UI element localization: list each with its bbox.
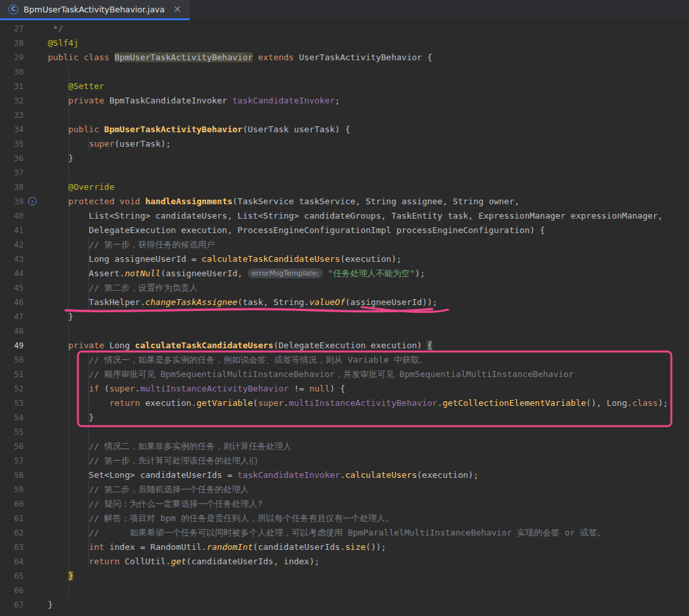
code-line-51[interactable]: 51 // 顺序审批可见 BpmSequentialMultiInstanceB… — [0, 367, 689, 382]
code-line-32[interactable]: 32 private BpmTaskCandidateInvoker taskC… — [0, 94, 689, 108]
code-line-66[interactable]: 66 — [0, 583, 689, 598]
line-number[interactable]: 62 — [0, 526, 48, 540]
code-line-49[interactable]: 49 private Long calculateTaskCandidateUs… — [0, 338, 689, 353]
line-number[interactable]: 44 — [0, 266, 48, 281]
code-token: super — [89, 139, 115, 149]
line-number[interactable]: 39 — [0, 194, 48, 209]
line-number[interactable]: 32 — [0, 94, 48, 108]
code-line-50[interactable]: 50 // 情况一，如果是多实例的任务，例如说会签、或签等情况，则从 Varia… — [0, 353, 689, 367]
code-line-54[interactable]: 54 } — [0, 410, 689, 425]
code-line-46[interactable]: 46 TaskHelper.changeTaskAssignee(task, S… — [0, 295, 689, 310]
line-number[interactable]: 43 — [0, 252, 48, 266]
line-number[interactable]: 28 — [0, 36, 48, 50]
code-text: // 第一步，先计算可处理该任务的处理人们 — [48, 454, 257, 468]
code-line-64[interactable]: 64 return CollUtil.get(candidateUserIds,… — [0, 554, 689, 569]
code-token — [48, 556, 89, 566]
line-number[interactable]: 55 — [0, 425, 48, 439]
code-token: . — [135, 384, 140, 393]
code-line-35[interactable]: 35 super(userTask); — [0, 137, 689, 151]
line-number[interactable]: 34 — [0, 122, 48, 137]
line-number[interactable]: 40 — [0, 209, 48, 223]
line-number[interactable]: 27 — [0, 22, 48, 36]
line-number[interactable]: 49 — [0, 338, 48, 353]
line-number[interactable]: 66 — [0, 583, 48, 598]
code-line-60[interactable]: 60 // 疑问：为什么一定要选择一个任务处理人? — [0, 497, 689, 511]
line-number[interactable]: 47 — [0, 310, 48, 324]
code-token: } — [48, 412, 94, 422]
line-number[interactable]: 48 — [0, 324, 48, 338]
line-number[interactable]: 42 — [0, 238, 48, 252]
code-line-36[interactable]: 36 } — [0, 151, 689, 166]
line-number[interactable]: 67 — [0, 598, 48, 612]
line-number[interactable]: 57 — [0, 454, 48, 468]
line-number[interactable]: 50 — [0, 353, 48, 367]
code-line-29[interactable]: 29public class BpmUserTaskActivityBehavi… — [0, 50, 689, 65]
code-token: BpmTaskCandidateInvoker — [104, 96, 233, 105]
code-line-40[interactable]: 40 List<String> candidateUsers, List<Str… — [0, 209, 689, 223]
code-token — [48, 196, 68, 206]
tab-bpm-user-task-activity-behavior[interactable]: C BpmUserTaskActivityBehavior.java × — [0, 0, 190, 20]
code-line-63[interactable]: 63 int index = RandomUtil.randomInt(cand… — [0, 540, 689, 554]
line-number[interactable]: 51 — [0, 367, 48, 382]
line-number[interactable]: 52 — [0, 382, 48, 396]
code-line-53[interactable]: 53 return execution.getVariable(super.mu… — [0, 396, 689, 410]
code-line-43[interactable]: 43 Long assigneeUserId = calculateTaskCa… — [0, 252, 689, 266]
code-line-30[interactable]: 30 — [0, 65, 689, 79]
code-line-42[interactable]: 42 // 第一步，获得任务的候选用户 — [0, 238, 689, 252]
line-number[interactable]: 65 — [0, 569, 48, 583]
line-number[interactable]: 35 — [0, 137, 48, 151]
code-line-38[interactable]: 38 @Override — [0, 180, 689, 194]
code-text: } — [48, 151, 73, 166]
line-number[interactable]: 45 — [0, 281, 48, 295]
line-number[interactable]: 61 — [0, 511, 48, 526]
code-line-45[interactable]: 45 // 第二步，设置作为负责人 — [0, 281, 689, 295]
code-line-59[interactable]: 59 // 第二步，后随机选择一个任务的处理人 — [0, 482, 689, 497]
code-token: // 第二步，后随机选择一个任务的处理人 — [89, 484, 249, 494]
code-line-33[interactable]: 33 — [0, 108, 689, 122]
line-number[interactable]: 59 — [0, 482, 48, 497]
code-line-61[interactable]: 61 // 解答：项目对 bpm 的任务是责任到人，所以每个任务有且仅有一个处理… — [0, 511, 689, 526]
line-number[interactable]: 41 — [0, 223, 48, 238]
tab-close-icon[interactable]: × — [173, 5, 181, 14]
code-line-65[interactable]: 65 } — [0, 569, 689, 583]
code-line-57[interactable]: 57 // 第一步，先计算可处理该任务的处理人们 — [0, 454, 689, 468]
code-line-48[interactable]: 48 — [0, 324, 689, 338]
code-line-47[interactable]: 47 } — [0, 310, 689, 324]
code-line-27[interactable]: 27 */ — [0, 22, 689, 36]
code-line-67[interactable]: 67} — [0, 598, 689, 612]
code-line-52[interactable]: 52 if (super.multiInstanceActivityBehavi… — [0, 382, 689, 396]
code-line-39[interactable]: 39↑ protected void handleAssignments(Tas… — [0, 194, 689, 209]
line-number[interactable]: 30 — [0, 65, 48, 79]
code-line-55[interactable]: 55 — [0, 425, 689, 439]
code-line-34[interactable]: 34 public BpmUserTaskActivityBehavior(Us… — [0, 122, 689, 137]
code-line-31[interactable]: 31 @Setter — [0, 79, 689, 94]
line-number[interactable]: 63 — [0, 540, 48, 554]
code-token: . — [284, 398, 289, 408]
code-token — [48, 528, 89, 537]
line-number[interactable]: 53 — [0, 396, 48, 410]
line-number[interactable]: 38 — [0, 180, 48, 194]
line-number[interactable]: 29 — [0, 50, 48, 65]
code-line-41[interactable]: 41 DelegateExecution execution, ProcessE… — [0, 223, 689, 238]
line-number[interactable]: 60 — [0, 497, 48, 511]
code-line-58[interactable]: 58 Set<Long> candidateUserIds = taskCand… — [0, 468, 689, 482]
line-number[interactable]: 33 — [0, 108, 48, 122]
override-method-icon[interactable]: ↑ — [28, 197, 37, 206]
code-line-56[interactable]: 56 // 情况二，如果非多实例的任务，则计算任务处理人 — [0, 439, 689, 454]
code-area: 27 */28@Slf4j29public class BpmUserTaskA… — [0, 22, 689, 612]
line-number[interactable]: 56 — [0, 439, 48, 454]
code-token: get — [171, 556, 186, 566]
line-number[interactable]: 46 — [0, 295, 48, 310]
code-token — [48, 240, 89, 249]
code-line-44[interactable]: 44 Assert.notNull(assigneeUserId, errorM… — [0, 266, 689, 281]
line-number[interactable]: 37 — [0, 166, 48, 180]
code-line-28[interactable]: 28@Slf4j — [0, 36, 689, 50]
code-token: void — [120, 196, 140, 206]
code-line-62[interactable]: 62 // 如果希望一个任务可以同时被多个人处理，可以考虑使用 BpmParal… — [0, 526, 689, 540]
line-number[interactable]: 54 — [0, 410, 48, 425]
line-number[interactable]: 64 — [0, 554, 48, 569]
line-number[interactable]: 58 — [0, 468, 48, 482]
line-number[interactable]: 36 — [0, 151, 48, 166]
line-number[interactable]: 31 — [0, 79, 48, 94]
code-line-37[interactable]: 37 — [0, 166, 689, 180]
